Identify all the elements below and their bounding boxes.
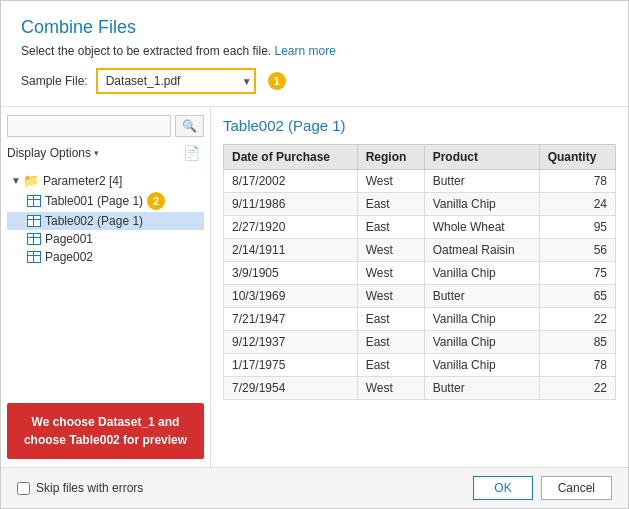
col-product: Product	[424, 145, 539, 170]
table-cell: East	[357, 308, 424, 331]
table-cell: Butter	[424, 377, 539, 400]
tree-item-page002-label: Page002	[45, 250, 93, 264]
data-table: Date of Purchase Region Product Quantity…	[223, 144, 616, 400]
search-input[interactable]	[7, 115, 171, 137]
table-cell: 2/27/1920	[224, 216, 358, 239]
dialog-footer: Skip files with errors OK Cancel	[1, 467, 628, 508]
tree-item-table002[interactable]: Table002 (Page 1)	[7, 212, 204, 230]
badge-1: 1	[268, 72, 286, 90]
skip-errors-checkbox[interactable]	[17, 482, 30, 495]
table-cell: East	[357, 331, 424, 354]
tree-root-label: Parameter2 [4]	[43, 174, 122, 188]
table-cell: Whole Wheat	[424, 216, 539, 239]
search-button[interactable]: 🔍	[175, 115, 204, 137]
table-cell: 2/14/1911	[224, 239, 358, 262]
tree-item-table001[interactable]: Table001 (Page 1) 2	[7, 190, 204, 212]
table-cell: West	[357, 377, 424, 400]
table-row: 7/21/1947EastVanilla Chip22	[224, 308, 616, 331]
table-cell: Butter	[424, 170, 539, 193]
table-cell: Vanilla Chip	[424, 193, 539, 216]
table-cell: Vanilla Chip	[424, 308, 539, 331]
table-row: 8/17/2002WestButter78	[224, 170, 616, 193]
dialog-title: Combine Files	[21, 17, 608, 38]
table-cell: 7/29/1954	[224, 377, 358, 400]
table-cell: Butter	[424, 285, 539, 308]
table-cell: 85	[539, 331, 615, 354]
tree: ▼ 📁 Parameter2 [4] Table001 (Page 1) 2 T…	[7, 171, 204, 395]
table-cell: West	[357, 285, 424, 308]
right-panel: Table002 (Page 1) Date of Purchase Regio…	[211, 107, 628, 467]
learn-more-link[interactable]: Learn more	[274, 44, 335, 58]
table-cell: 9/11/1986	[224, 193, 358, 216]
table-row: 9/11/1986EastVanilla Chip24	[224, 193, 616, 216]
table-icon	[27, 233, 41, 245]
table-cell: 56	[539, 239, 615, 262]
dialog-subtitle: Select the object to be extracted from e…	[21, 44, 608, 58]
display-options-button[interactable]: Display Options ▾	[7, 146, 99, 160]
tree-root[interactable]: ▼ 📁 Parameter2 [4]	[7, 171, 204, 190]
dialog-header: Combine Files Select the object to be ex…	[1, 1, 628, 106]
table-row: 1/17/1975EastVanilla Chip78	[224, 354, 616, 377]
col-region: Region	[357, 145, 424, 170]
table-cell: 7/21/1947	[224, 308, 358, 331]
table-cell: 9/12/1937	[224, 331, 358, 354]
tree-item-page002[interactable]: Page002	[7, 248, 204, 266]
table-row: 7/29/1954WestButter22	[224, 377, 616, 400]
table-cell: Vanilla Chip	[424, 331, 539, 354]
table-row: 2/14/1911WestOatmeal Raisin56	[224, 239, 616, 262]
table-cell: 78	[539, 354, 615, 377]
export-icon-button[interactable]: 📄	[179, 143, 204, 163]
table-cell: Vanilla Chip	[424, 262, 539, 285]
table-cell: West	[357, 262, 424, 285]
table-cell: 22	[539, 308, 615, 331]
search-row: 🔍	[7, 115, 204, 137]
table-cell: 22	[539, 377, 615, 400]
table-row: 3/9/1905WestVanilla Chip75	[224, 262, 616, 285]
sample-file-label: Sample File:	[21, 74, 88, 88]
toolbar-row: Display Options ▾ 📄	[7, 143, 204, 163]
tree-item-page001-label: Page001	[45, 232, 93, 246]
tree-item-table001-label: Table001 (Page 1)	[45, 194, 143, 208]
table-title: Table002 (Page 1)	[223, 117, 616, 134]
table-cell: 95	[539, 216, 615, 239]
table-cell: 24	[539, 193, 615, 216]
table-icon	[27, 195, 41, 207]
left-panel: 🔍 Display Options ▾ 📄 ▼ 📁 Parameter2 [4]	[1, 107, 211, 467]
table-cell: 78	[539, 170, 615, 193]
table-cell: West	[357, 170, 424, 193]
skip-errors-label: Skip files with errors	[36, 481, 143, 495]
table-cell: 8/17/2002	[224, 170, 358, 193]
table-cell: Oatmeal Raisin	[424, 239, 539, 262]
footer-left: Skip files with errors	[17, 481, 143, 495]
table-cell: 3/9/1905	[224, 262, 358, 285]
display-options-label: Display Options	[7, 146, 91, 160]
callout-box: We choose Dataset_1 and choose Table002 …	[7, 403, 204, 459]
table-cell: East	[357, 354, 424, 377]
folder-icon: 📁	[23, 173, 39, 188]
tree-item-page001[interactable]: Page001	[7, 230, 204, 248]
footer-right: OK Cancel	[473, 476, 612, 500]
table-cell: 75	[539, 262, 615, 285]
main-content: 🔍 Display Options ▾ 📄 ▼ 📁 Parameter2 [4]	[1, 106, 628, 467]
table-cell: 65	[539, 285, 615, 308]
col-date: Date of Purchase	[224, 145, 358, 170]
cancel-button[interactable]: Cancel	[541, 476, 612, 500]
table-cell: West	[357, 239, 424, 262]
table-cell: 10/3/1969	[224, 285, 358, 308]
table-cell: Vanilla Chip	[424, 354, 539, 377]
col-quantity: Quantity	[539, 145, 615, 170]
badge-2: 2	[147, 192, 165, 210]
table-row: 9/12/1937EastVanilla Chip85	[224, 331, 616, 354]
table-row: 10/3/1969WestButter65	[224, 285, 616, 308]
tree-item-table002-label: Table002 (Page 1)	[45, 214, 143, 228]
table-cell: 1/17/1975	[224, 354, 358, 377]
sample-file-row: Sample File: Dataset_1.pdf ▼ 1	[21, 68, 608, 94]
sample-file-wrapper: Dataset_1.pdf ▼	[96, 68, 256, 94]
display-options-arrow-icon: ▾	[94, 148, 99, 158]
table-cell: East	[357, 193, 424, 216]
table-cell: East	[357, 216, 424, 239]
ok-button[interactable]: OK	[473, 476, 532, 500]
sample-file-dropdown[interactable]: Dataset_1.pdf	[96, 68, 256, 94]
table-icon	[27, 215, 41, 227]
tree-collapse-icon: ▼	[11, 175, 21, 186]
